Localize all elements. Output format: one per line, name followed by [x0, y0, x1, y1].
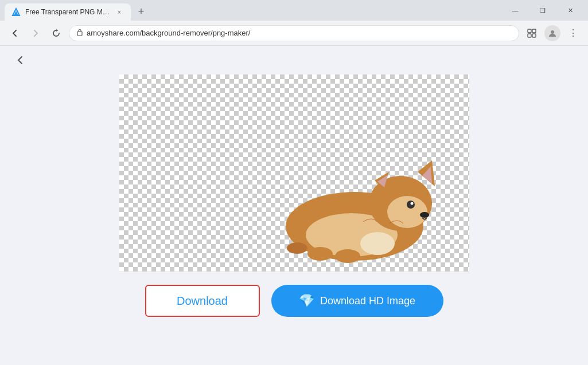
svg-point-23 [360, 232, 395, 255]
buttons-row: Download 💎 Download HD Image [145, 285, 443, 317]
active-tab[interactable]: Free Transparent PNG Maker - × [5, 3, 131, 21]
download-label: Download [177, 295, 228, 308]
forward-button[interactable] [28, 25, 44, 41]
svg-rect-3 [528, 29, 531, 33]
window-controls: — ❑ ✕ [502, 2, 583, 19]
minimize-button[interactable]: — [502, 2, 528, 19]
new-tab-button[interactable]: + [133, 3, 149, 19]
profile-button[interactable] [544, 25, 560, 41]
download-hd-label: Download HD Image [320, 295, 415, 307]
svg-point-17 [407, 201, 415, 209]
tab-title: Free Transparent PNG Maker - [25, 8, 110, 16]
svg-point-18 [410, 202, 413, 205]
page-back-button[interactable] [11, 52, 29, 69]
extensions-button[interactable] [524, 25, 540, 41]
svg-rect-5 [528, 34, 531, 37]
browser-chrome: Free Transparent PNG Maker - × + — ❑ ✕ [0, 0, 588, 46]
close-button[interactable]: ✕ [557, 2, 583, 19]
svg-point-19 [420, 212, 429, 218]
tab-bar: Free Transparent PNG Maker - × + [5, 0, 502, 21]
back-button[interactable] [7, 25, 23, 41]
svg-rect-2 [77, 32, 82, 36]
url-bar[interactable]: amoyshare.com/background-remover/png-mak… [69, 25, 519, 41]
svg-point-12 [387, 196, 427, 228]
tab-close-button[interactable]: × [115, 7, 124, 17]
menu-button[interactable]: ⋮ [565, 25, 581, 41]
gem-icon: 💎 [299, 293, 314, 308]
corgi-image [263, 123, 446, 272]
svg-rect-6 [532, 34, 536, 37]
url-text: amoyshare.com/background-remover/png-mak… [87, 29, 512, 37]
lock-icon [76, 28, 83, 38]
download-button[interactable]: Download [145, 285, 260, 317]
title-bar: Free Transparent PNG Maker - × + — ❑ ✕ [0, 0, 588, 21]
page-content: Download 💎 Download HD Image [0, 46, 588, 328]
download-hd-button[interactable]: 💎 Download HD Image [271, 285, 443, 317]
svg-rect-4 [532, 29, 536, 33]
svg-point-8 [551, 30, 554, 34]
svg-point-22 [287, 242, 307, 254]
maximize-button[interactable]: ❑ [529, 2, 556, 19]
svg-point-20 [307, 247, 333, 261]
image-container [119, 74, 469, 272]
tab-favicon [11, 7, 21, 17]
refresh-button[interactable] [48, 25, 64, 41]
address-bar: amoyshare.com/background-remover/png-mak… [0, 21, 588, 46]
svg-point-21 [335, 249, 360, 263]
